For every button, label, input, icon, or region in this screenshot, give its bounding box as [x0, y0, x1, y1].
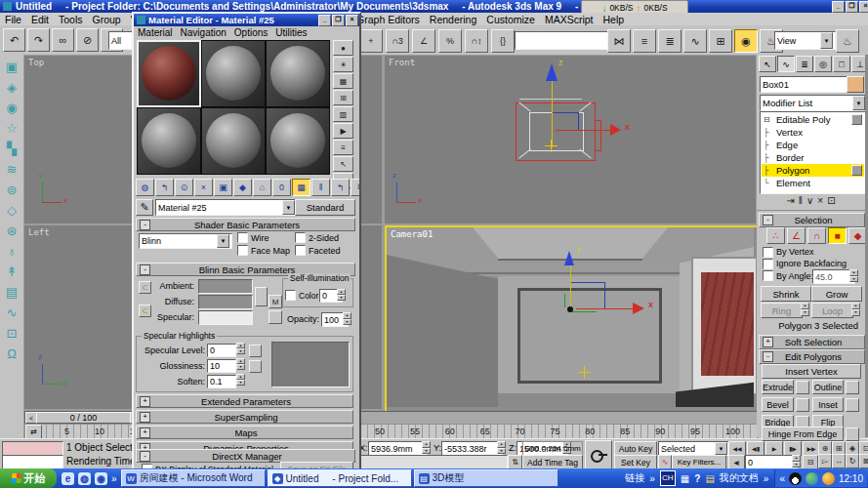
material-sample-slot[interactable] — [266, 107, 330, 175]
gizmo-x-arrowhead[interactable] — [633, 303, 644, 314]
viewport-label[interactable]: Top — [28, 58, 44, 67]
toolbar-icon[interactable]: ∩3 — [386, 29, 409, 53]
dropdown-arrow-icon[interactable]: ▼ — [715, 442, 727, 455]
playback-button[interactable]: ▮▶ — [784, 441, 802, 456]
help-icon[interactable]: ? — [694, 473, 700, 484]
dropdown-arrow-icon[interactable]: ▼ — [852, 96, 865, 110]
material-type-button[interactable]: Standard — [295, 199, 355, 216]
window-control-button[interactable]: _ — [832, 1, 845, 13]
modifier-stack-row[interactable]: ⊟ Editable Poly — [762, 113, 864, 126]
dialog-control-button[interactable]: ❐ — [332, 15, 345, 26]
network-tray-icon[interactable] — [806, 472, 818, 485]
dropdown-arrow-icon[interactable]: ▼ — [217, 234, 229, 248]
stack-tool-icon[interactable]: ∨ — [806, 195, 813, 206]
viewport-camera01[interactable]: z x Camera01 — [385, 225, 760, 413]
ring-spinner[interactable]: ▴▾ — [801, 303, 809, 316]
time-slider-handle[interactable]: 0 / 100 — [36, 412, 131, 424]
dropdown-arrow-icon[interactable]: ▼ — [820, 32, 833, 49]
toolbar-icon[interactable]: ∿ — [683, 29, 707, 53]
dialog-menu-item[interactable]: Options — [230, 27, 271, 38]
material-tool-button[interactable]: 0 — [272, 179, 291, 196]
viewport-label[interactable]: Front — [389, 58, 415, 67]
x-coordinate-field[interactable]: 5936.9mm — [368, 441, 428, 456]
rollout-shader-basic[interactable]: - Shader Basic Parameters — [136, 218, 355, 231]
dialog-menu-item[interactable]: Utilities — [271, 27, 310, 38]
collapse-icon[interactable]: - — [140, 220, 150, 230]
reactor-tool-icon[interactable]: ☆ — [6, 122, 18, 136]
tray-chevron[interactable]: » — [764, 473, 769, 484]
reactor-tool-icon[interactable]: ⊛ — [7, 224, 18, 238]
folder-icon[interactable]: ▤ — [705, 473, 714, 484]
gizmo-x-shaft[interactable] — [576, 308, 633, 309]
material-sample-slot[interactable] — [137, 107, 201, 175]
material-sample-slot[interactable] — [137, 40, 201, 107]
action-button[interactable]: Extrude — [762, 380, 794, 394]
menu-item[interactable]: Customize — [481, 14, 540, 25]
sub-object-toggle-icon[interactable] — [851, 114, 862, 125]
toolbar-icon[interactable]: ∩↕ — [465, 29, 488, 53]
selection-lock-toggle[interactable]: ⇅ — [508, 455, 522, 469]
material-tool-button[interactable]: ▦ — [292, 179, 310, 196]
self-illumination-color-checkbox[interactable]: Color — [285, 290, 318, 301]
action-button[interactable]: Inset — [812, 397, 844, 412]
specular-spinner[interactable]: ▴▾ — [236, 343, 245, 354]
stack-tool-icon[interactable]: ⇥ — [786, 195, 794, 206]
quick-render-button[interactable]: ♨ — [836, 29, 859, 53]
command-panel-tab[interactable]: ∿ — [777, 56, 795, 72]
reactor-tool-icon[interactable]: ◇ — [7, 204, 17, 218]
y-coordinate-field[interactable]: -5533.388r — [441, 441, 503, 456]
rollout-directx-manager[interactable]: - DirectX Manager — [136, 449, 355, 463]
material-tool-button[interactable]: ◆ — [233, 179, 252, 196]
reactor-tool-icon[interactable]: ∿ — [7, 306, 18, 320]
gizmo-z-arrowhead[interactable] — [564, 251, 574, 265]
dropdown-arrow-icon[interactable]: ▼ — [282, 200, 295, 215]
time-configuration-button[interactable]: ⊟ — [803, 455, 818, 469]
stack-tool-icon[interactable]: × — [817, 195, 823, 206]
gizmo-z-arrowhead[interactable] — [546, 63, 558, 81]
rollout-collapsed[interactable]: + Extended Parameters — [136, 394, 353, 408]
shrink-button[interactable]: Shrink — [761, 286, 811, 302]
start-button[interactable]: 开始 — [0, 468, 57, 488]
collapse-icon[interactable]: - — [763, 351, 773, 362]
material-tool-button[interactable]: ⊙ — [175, 179, 193, 196]
reactor-tool-icon[interactable]: ♁ — [7, 245, 17, 259]
material-tool-button[interactable]: ↳ — [351, 179, 361, 196]
reactor-tool-icon[interactable]: ⊡ — [7, 327, 18, 341]
playback-button[interactable]: ◀◀ — [728, 441, 746, 456]
lock-diffuse-specular-button[interactable]: ⊂ — [139, 305, 151, 317]
menu-item[interactable]: File — [0, 14, 26, 25]
grow-button[interactable]: Grow — [811, 286, 862, 302]
command-panel-tab[interactable]: ≣ — [796, 56, 813, 72]
default-in-out-tangent-icon[interactable]: ∿ — [658, 455, 672, 469]
dialog-control-button[interactable]: _ — [318, 15, 331, 26]
quick-launch-icon[interactable]: ◉ — [95, 472, 107, 485]
toolbar-icon[interactable]: ⊞ — [709, 29, 732, 53]
viewport-front[interactable]: Front z x z x — [385, 56, 756, 224]
gizmo-plane-handle[interactable] — [553, 112, 579, 131]
reactor-tool-icon[interactable]: ◉ — [6, 102, 17, 115]
rollout-selection[interactable]: - Selection — [759, 213, 865, 227]
settings-box-button[interactable] — [846, 381, 859, 394]
collapse-icon[interactable]: - — [140, 264, 150, 275]
selection-checkbox[interactable]: Ignore Backfacing — [763, 258, 847, 269]
loop-button[interactable]: Loop — [811, 303, 853, 318]
key-filters-button[interactable]: Key Filters... — [672, 455, 726, 469]
playback-button[interactable]: ▶ — [765, 441, 783, 456]
collapse-icon[interactable]: - — [763, 215, 773, 225]
set-keys-button[interactable] — [585, 440, 612, 469]
playback-button[interactable]: ◀▮ — [747, 441, 765, 456]
tray-expand-icon[interactable]: « — [779, 473, 785, 484]
quick-launch-icon[interactable]: e — [62, 472, 74, 485]
material-tool-button[interactable]: ↰ — [155, 179, 174, 196]
specular-field[interactable]: 0.1 — [207, 375, 236, 388]
language-indicator[interactable]: CH — [660, 470, 676, 486]
diffuse-color-swatch[interactable] — [198, 295, 253, 309]
reactor-tool-icon[interactable]: ◈ — [7, 81, 17, 95]
toolbar-icon[interactable]: ⊘ — [76, 28, 99, 52]
taskbar-task-button[interactable]: ▤ 3D模型 — [414, 469, 558, 487]
rollout-collapsed[interactable]: + SuperSampling — [136, 410, 353, 424]
rollout-soft-selection[interactable]: + Soft Selection — [759, 335, 865, 349]
quick-launch-chevron[interactable]: » — [111, 473, 117, 484]
viewport-nav-button[interactable]: ▻ — [818, 454, 832, 468]
reactor-tool-icon[interactable]: ⊚ — [7, 183, 18, 197]
